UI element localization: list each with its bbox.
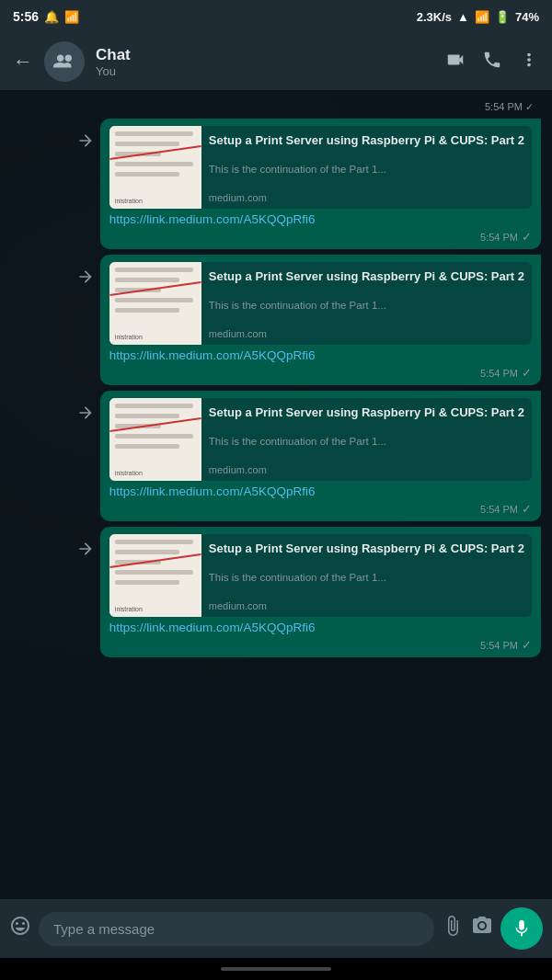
bubble-link[interactable]: https://link.medium.com/A5KQQpRfi6 (109, 484, 532, 498)
message-input[interactable] (39, 912, 434, 946)
camera-button[interactable] (471, 915, 493, 942)
status-right: 2.3K/s ▲ 📶 🔋 74% (417, 10, 539, 24)
chat-subtitle: You (96, 64, 434, 78)
preview-content: Setup a Print Server using Raspberry Pi … (201, 534, 532, 617)
message-bubble: inistration Setup a Print Server using R… (100, 391, 541, 521)
emoji-button[interactable] (9, 915, 31, 942)
forward-icon[interactable] (76, 268, 95, 291)
preview-title: Setup a Print Server using Raspberry Pi … (209, 541, 524, 557)
message-time: 5:54 PM (480, 640, 518, 651)
back-button[interactable]: ← (13, 50, 33, 74)
video-call-icon[interactable] (445, 50, 466, 74)
network-speed: 2.3K/s (417, 10, 452, 24)
message-row: inistration Setup a Print Server using R… (7, 119, 545, 249)
message-row: inistration Setup a Print Server using R… (7, 391, 545, 521)
attach-button[interactable] (442, 915, 464, 942)
preview-title: Setup a Print Server using Raspberry Pi … (209, 405, 524, 421)
preview-thumbnail: inistration (109, 534, 201, 617)
preview-title: Setup a Print Server using Raspberry Pi … (209, 133, 524, 149)
signal-icon: ▲ (457, 10, 469, 24)
forward-icon[interactable] (76, 131, 95, 154)
avatar (44, 41, 85, 82)
preview-desc: This is the continuation of the Part 1..… (209, 435, 524, 449)
bubble-link[interactable]: https://link.medium.com/A5KQQpRfi6 (109, 621, 532, 634)
preview-domain: medium.com (209, 192, 524, 203)
message-bubble: inistration Setup a Print Server using R… (100, 119, 541, 249)
status-time: 5:56 (13, 9, 39, 24)
link-preview: inistration Setup a Print Server using R… (109, 262, 532, 345)
preview-domain: medium.com (209, 464, 524, 475)
message-time: 5:54 PM (480, 368, 518, 379)
message-bubble: inistration Setup a Print Server using R… (100, 255, 541, 385)
header-actions (445, 50, 539, 74)
bubble-link[interactable]: https://link.medium.com/A5KQQpRfi6 (109, 212, 532, 226)
input-bar (0, 899, 552, 958)
preview-desc: This is the continuation of the Part 1..… (209, 299, 524, 313)
more-options-icon[interactable] (519, 50, 539, 74)
message-row: inistration Setup a Print Server using R… (7, 527, 545, 657)
message-check: ✓ (522, 366, 532, 380)
status-left: 5:56 🔔 📶 (13, 9, 79, 24)
link-preview: inistration Setup a Print Server using R… (109, 126, 532, 209)
wifi-icon: 📶 (475, 10, 489, 24)
bubble-footer: 5:54 PM✓ (109, 366, 532, 380)
bubble-footer: 5:54 PM✓ (109, 502, 532, 516)
bubble-link[interactable]: https://link.medium.com/A5KQQpRfi6 (109, 348, 532, 362)
preview-thumbnail: inistration (109, 398, 201, 481)
preview-content: Setup a Print Server using Raspberry Pi … (201, 126, 532, 209)
status-bar: 5:56 🔔 📶 2.3K/s ▲ 📶 🔋 74% (0, 0, 552, 33)
message-time: 5:54 PM (480, 504, 518, 515)
preview-content: Setup a Print Server using Raspberry Pi … (201, 262, 532, 345)
battery-icon: 🔋 (495, 10, 510, 24)
forward-icon[interactable] (76, 540, 95, 563)
message-row: inistration Setup a Print Server using R… (7, 255, 545, 385)
preview-domain: medium.com (209, 328, 524, 339)
mic-button[interactable] (500, 907, 543, 950)
battery-percent: 74% (515, 10, 539, 24)
message-time: 5:54 PM (480, 232, 518, 243)
preview-title: Setup a Print Server using Raspberry Pi … (209, 269, 524, 285)
chat-area: 5:54 PM ✓ inistration Setup a Print Serv… (0, 90, 552, 899)
header-info: Chat You (96, 46, 434, 78)
link-preview: inistration Setup a Print Server using R… (109, 398, 532, 481)
sim-icon: 📶 (64, 10, 79, 24)
message-check: ✓ (522, 502, 532, 516)
chat-title: Chat (96, 46, 434, 64)
message-check: ✓ (522, 230, 532, 244)
forward-icon[interactable] (76, 404, 95, 427)
phone-call-icon[interactable] (482, 50, 502, 74)
home-indicator (0, 958, 552, 980)
bubble-footer: 5:54 PM✓ (109, 638, 532, 652)
chat-header: ← Chat You (0, 33, 552, 90)
link-preview: inistration Setup a Print Server using R… (109, 534, 532, 617)
home-bar (221, 967, 331, 971)
bubble-footer: 5:54 PM✓ (109, 230, 532, 244)
preview-thumbnail: inistration (109, 262, 201, 345)
message-check: ✓ (522, 638, 532, 652)
preview-domain: medium.com (209, 600, 524, 611)
preview-content: Setup a Print Server using Raspberry Pi … (201, 398, 532, 481)
message-bubble: inistration Setup a Print Server using R… (100, 527, 541, 657)
preview-desc: This is the continuation of the Part 1..… (209, 571, 524, 585)
preview-thumbnail: inistration (109, 126, 201, 209)
timestamp-divider: 5:54 PM ✓ (7, 97, 545, 113)
notification-icon: 🔔 (44, 10, 59, 24)
preview-desc: This is the continuation of the Part 1..… (209, 163, 524, 177)
